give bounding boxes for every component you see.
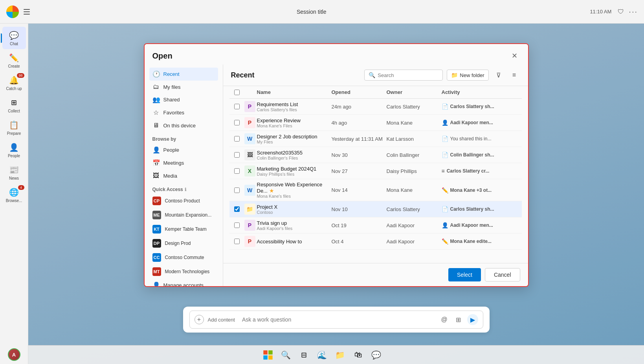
table-row[interactable]: P Experience Review Mona Kane's Files 4h… <box>229 115 522 131</box>
row-checkbox[interactable] <box>234 168 240 174</box>
new-folder-button[interactable]: 📁 New folder <box>447 70 488 81</box>
left-panel-media[interactable]: 🖼 Media <box>149 169 218 182</box>
row-checkbox[interactable] <box>234 120 240 125</box>
taskbar-search[interactable]: 🔍 <box>278 347 294 363</box>
left-panel-meetings[interactable]: 📅 Meetings <box>149 156 218 169</box>
sidebar: 💬 Chat ✏️ Create 98 🔔 Catch up ⊞ Collect… <box>0 24 28 364</box>
activity-icon: 📄 <box>442 103 448 110</box>
table-row[interactable]: 🖼 Screenshot2035355 Colin Ballinger's Fi… <box>229 147 522 163</box>
taskbar-task-view[interactable]: ⊟ <box>296 347 312 363</box>
sidebar-item-create[interactable]: ✏️ Create <box>2 49 26 72</box>
row-checkbox-cell[interactable] <box>231 136 243 142</box>
quick-access-label: Mountain Expansion... <box>165 212 212 218</box>
file-name-cell: Requirements List Carlos Slattery's file… <box>257 101 332 112</box>
taskbar-edge[interactable]: 🌊 <box>314 347 330 363</box>
file-icon-cell: P <box>243 220 257 231</box>
quick-access-item[interactable]: ME Mountain Expansion... <box>149 208 218 222</box>
sidebar-item-browse[interactable]: 4 🌐 Browse... <box>2 184 26 206</box>
filter-button[interactable]: ⊽ <box>493 69 505 81</box>
table-row[interactable]: P Accessibility How to Oct 4 Aadi Kapoor… <box>229 233 522 250</box>
sidebar-item-news[interactable]: 📰 News <box>2 161 26 184</box>
taskbar-store[interactable]: 🛍 <box>350 347 366 363</box>
quick-access-label: Contoso Commute <box>165 255 204 260</box>
row-checkbox[interactable] <box>234 152 240 158</box>
row-checkbox-cell[interactable] <box>231 104 243 109</box>
file-icon-cell: P <box>243 101 257 112</box>
search-input[interactable] <box>378 72 433 78</box>
add-content-button[interactable]: + <box>194 315 204 324</box>
select-all-checkbox[interactable] <box>234 90 240 95</box>
row-checkbox-cell[interactable] <box>231 222 243 228</box>
file-name: Experience Review <box>257 118 332 123</box>
mention-button[interactable]: @ <box>439 314 450 325</box>
quick-access-item[interactable]: MT Modern Technologies <box>149 265 218 279</box>
dialog-close-button[interactable]: ✕ <box>509 50 520 61</box>
table-row[interactable]: P Trivia sign up Aadi Kapoor's files Oct… <box>229 217 522 233</box>
send-button[interactable]: ▶ <box>467 314 478 325</box>
row-checkbox[interactable] <box>234 206 240 212</box>
browse-section-label: Browse by <box>149 132 218 143</box>
row-checkbox[interactable] <box>234 104 240 109</box>
shield-icon[interactable]: 🛡 <box>618 8 624 15</box>
windows-taskbar: 🔍 ⊟ 🌊 📁 🛍 💬 <box>0 345 644 364</box>
sidebar-item-chat[interactable]: 💬 Chat <box>2 27 26 49</box>
left-panel-people[interactable]: 👤 People <box>149 143 218 156</box>
more-options-icon[interactable]: ··· <box>629 7 638 16</box>
view-options-button[interactable]: ≡ <box>508 69 520 81</box>
row-checkbox-cell[interactable] <box>231 239 243 244</box>
file-activity: 📄 Colin Ballinger sh... <box>442 152 520 158</box>
sidebar-item-catchup[interactable]: 98 🔔 Catch up <box>2 72 26 94</box>
quick-access-item[interactable]: CC Contoso Commute <box>149 250 218 265</box>
manage-accounts-icon: 👤 <box>152 281 160 286</box>
row-checkbox-cell[interactable] <box>231 188 243 193</box>
file-icon-cell: W <box>243 185 257 196</box>
quick-access-item[interactable]: KT Kemper Table Team <box>149 222 218 236</box>
activity-icon: 📄 <box>442 136 448 142</box>
quick-access-dot: DP <box>152 239 161 248</box>
table-row[interactable]: W Responsive Web Experience De...★ Mona … <box>229 179 522 201</box>
sidebar-item-people[interactable]: 👤 People <box>2 139 26 161</box>
file-sub: Mona Kane's files <box>257 194 332 199</box>
search-box[interactable]: 🔍 <box>364 70 443 81</box>
activity-icon: 👤 <box>442 222 448 228</box>
row-checkbox[interactable] <box>234 136 240 142</box>
quick-access-item[interactable]: CP Contoso Product <box>149 194 218 208</box>
left-panel-favorites[interactable]: ☆ Favorites <box>149 106 218 119</box>
user-avatar[interactable]: A <box>8 348 20 361</box>
row-checkbox[interactable] <box>234 188 240 193</box>
sidebar-item-prepare[interactable]: 📋 Prepare <box>2 116 26 139</box>
row-checkbox-cell[interactable] <box>231 206 243 212</box>
sidebar-item-collect[interactable]: ⊞ Collect <box>2 94 26 116</box>
row-checkbox[interactable] <box>234 239 240 244</box>
svg-rect-1 <box>268 350 273 355</box>
table-row[interactable]: X Marketing Budget 2024Q1 Daisy Phillips… <box>229 163 522 179</box>
file-name: Screenshot2035355 <box>257 150 332 156</box>
chat-input[interactable] <box>242 316 435 323</box>
left-panel-recent[interactable]: 🕐 Recent <box>149 68 218 81</box>
left-panel-shared[interactable]: 👥 Shared <box>149 93 218 106</box>
taskbar-teams[interactable]: 💬 <box>369 347 384 363</box>
header-checkbox-cell[interactable] <box>231 89 243 95</box>
row-checkbox-cell[interactable] <box>231 152 243 158</box>
taskbar-explorer[interactable]: 📁 <box>332 347 348 363</box>
quick-access-item[interactable]: DP Design Prod <box>149 236 218 250</box>
select-button[interactable]: Select <box>448 268 481 281</box>
header-name: Name <box>257 89 332 95</box>
taskbar-start[interactable] <box>260 347 276 363</box>
table-row[interactable]: 📁 Project X Contoso Nov 10 Carlos Slatte… <box>229 201 522 217</box>
table-row[interactable]: P Requirements List Carlos Slattery's fi… <box>229 99 522 115</box>
apps-button[interactable]: ⊞ <box>453 314 464 325</box>
row-checkbox-cell[interactable] <box>231 168 243 174</box>
quick-access-label: Contoso Product <box>165 198 200 204</box>
table-row[interactable]: W Designer 2 Job description My Files Ye… <box>229 131 522 147</box>
chat-bar: + Add content @ ⊞ ▶ <box>183 307 490 333</box>
search-icon: 🔍 <box>369 72 375 78</box>
sidebar-toggle[interactable] <box>24 7 33 17</box>
cancel-button[interactable]: Cancel <box>485 268 520 281</box>
left-panel-manage-accounts[interactable]: 👤 Manage accounts <box>149 279 218 286</box>
left-panel-myfiles[interactable]: 🗂 My files <box>149 81 218 93</box>
row-checkbox-cell[interactable] <box>231 120 243 125</box>
row-checkbox[interactable] <box>234 222 240 228</box>
file-activity: 👤 Aadi Kapoor men... <box>442 222 520 228</box>
left-panel-device[interactable]: 🖥 On this device <box>149 119 218 132</box>
